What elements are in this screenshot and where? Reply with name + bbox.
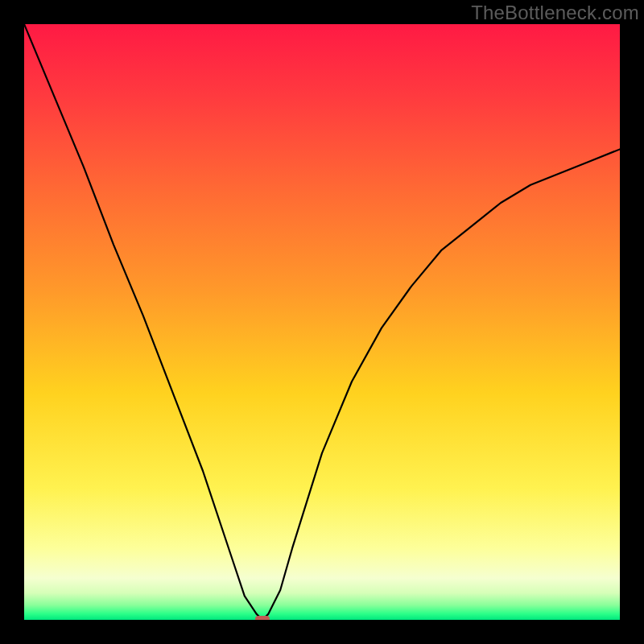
optimum-marker xyxy=(255,616,270,620)
plot-area xyxy=(24,24,620,620)
plot-svg xyxy=(24,24,620,620)
watermark-label: TheBottleneck.com xyxy=(471,2,639,24)
gradient-background xyxy=(24,24,620,620)
chart-frame: TheBottleneck.com xyxy=(0,0,644,644)
